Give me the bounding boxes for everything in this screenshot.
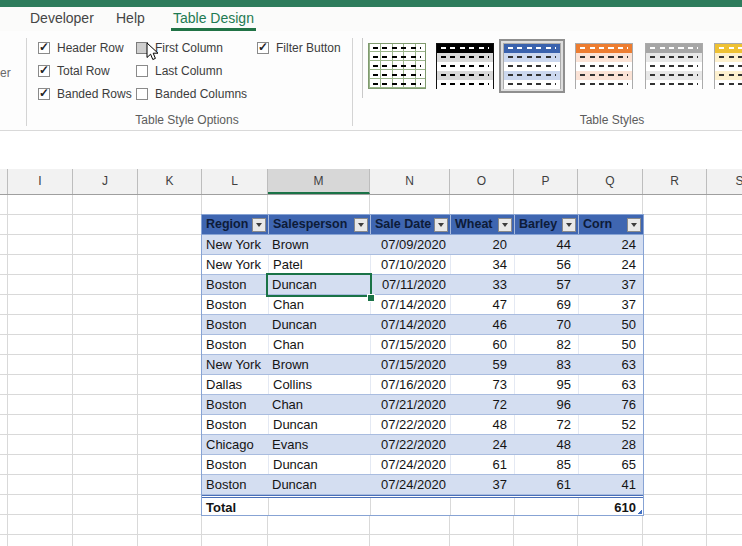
column-header-o[interactable]: O (450, 169, 514, 194)
cell-wheat[interactable]: 33 (450, 275, 514, 294)
cell-region[interactable]: New York (202, 255, 268, 274)
filter-dropdown-button[interactable] (354, 218, 368, 232)
cell-salesperson[interactable]: Brown (268, 355, 370, 374)
cell-sale_date[interactable]: 07/15/2020 (370, 355, 450, 374)
cell-corn[interactable]: 76 (578, 395, 643, 414)
total-empty-cell[interactable] (450, 498, 514, 515)
cell-corn[interactable]: 24 (578, 255, 643, 274)
cell-sale_date[interactable]: 07/10/2020 (370, 255, 450, 274)
cell-region[interactable]: New York (202, 235, 268, 254)
column-header-q[interactable]: Q (578, 169, 643, 194)
cell-corn[interactable]: 63 (578, 375, 643, 394)
column-header-m[interactable]: M (268, 169, 370, 194)
cell-region[interactable]: Chicago (202, 435, 268, 454)
cell-region[interactable]: Boston (202, 315, 268, 334)
column-header-partial[interactable] (0, 169, 8, 194)
filter-dropdown-button[interactable] (252, 218, 266, 232)
cell-sale_date[interactable]: 07/22/2020 (370, 415, 450, 434)
cell-barley[interactable]: 83 (514, 355, 578, 374)
cell-region[interactable]: Boston (202, 415, 268, 434)
total-value-cell[interactable]: 610 (578, 498, 643, 515)
filter-dropdown-button[interactable] (627, 218, 641, 232)
table-style-medium-blue[interactable] (503, 43, 561, 89)
cell-sale_date[interactable]: 07/14/2020 (370, 315, 450, 334)
cell-barley[interactable]: 85 (514, 455, 578, 474)
cell-salesperson[interactable]: Duncan (268, 315, 370, 334)
cell-corn[interactable]: 37 (578, 295, 643, 314)
cell-salesperson[interactable]: Evans (268, 435, 370, 454)
cell-corn[interactable]: 24 (578, 235, 643, 254)
cell-wheat[interactable]: 73 (450, 375, 514, 394)
tab-table-design[interactable]: Table Design (173, 7, 254, 31)
cell-corn[interactable]: 37 (578, 275, 643, 294)
filter-dropdown-button[interactable] (498, 218, 512, 232)
filter-dropdown-button[interactable] (562, 218, 576, 232)
cell-corn[interactable]: 41 (578, 475, 643, 494)
cell-barley[interactable]: 95 (514, 375, 578, 394)
cell-region[interactable]: Boston (202, 395, 268, 414)
header-cell-wheat[interactable]: Wheat (450, 215, 514, 234)
cell-wheat[interactable]: 24 (450, 435, 514, 454)
cell-sale_date[interactable]: 07/16/2020 (370, 375, 450, 394)
cell-sale_date[interactable]: 07/22/2020 (370, 435, 450, 454)
cell-wheat[interactable]: 37 (450, 475, 514, 494)
cell-barley[interactable]: 61 (514, 475, 578, 494)
table-style-medium-gold[interactable] (714, 43, 742, 89)
cell-wheat[interactable]: 46 (450, 315, 514, 334)
total-empty-cell[interactable] (370, 498, 450, 515)
table-style-light-green-grid[interactable] (368, 43, 426, 89)
table-style-medium-black[interactable] (436, 43, 494, 89)
cell-barley[interactable]: 69 (514, 295, 578, 314)
cell-wheat[interactable]: 48 (450, 415, 514, 434)
cell-wheat[interactable]: 72 (450, 395, 514, 414)
cell-salesperson[interactable]: Brown (268, 235, 370, 254)
header-cell-region[interactable]: Region (202, 215, 268, 234)
cell-barley[interactable]: 44 (514, 235, 578, 254)
cell-sale_date[interactable]: 07/21/2020 (370, 395, 450, 414)
checkbox-total-row[interactable]: Total Row (38, 63, 110, 78)
cell-sale_date[interactable]: 07/14/2020 (370, 295, 450, 314)
column-header-l[interactable]: L (202, 169, 268, 194)
cell-corn[interactable]: 28 (578, 435, 643, 454)
cell-salesperson[interactable]: Duncan (268, 455, 370, 474)
header-cell-salesperson[interactable]: Salesperson (268, 215, 370, 234)
checkbox-banded-rows[interactable]: Banded Rows (38, 86, 132, 101)
cell-corn[interactable]: 65 (578, 455, 643, 474)
cell-wheat[interactable]: 47 (450, 295, 514, 314)
cell-wheat[interactable]: 20 (450, 235, 514, 254)
checkbox-filter-button[interactable]: Filter Button (257, 40, 341, 55)
cell-sale_date[interactable]: 07/24/2020 (370, 455, 450, 474)
cell-salesperson[interactable]: Chan (268, 295, 370, 314)
checkbox-first-column[interactable]: First Column (136, 40, 223, 55)
header-cell-corn[interactable]: Corn (578, 215, 643, 234)
column-header-r[interactable]: R (643, 169, 707, 194)
cell-barley[interactable]: 70 (514, 315, 578, 334)
checkbox-header-row[interactable]: Header Row (38, 40, 124, 55)
column-header-s[interactable]: S (707, 169, 742, 194)
total-label-cell[interactable]: Total (202, 498, 268, 515)
cell-region[interactable]: Boston (202, 275, 268, 294)
cell-barley[interactable]: 96 (514, 395, 578, 414)
cell-barley[interactable]: 48 (514, 435, 578, 454)
table-style-medium-grey[interactable] (645, 43, 703, 89)
cell-salesperson[interactable]: Duncan (268, 415, 370, 434)
formula-bar-area[interactable] (0, 131, 742, 169)
tab-developer[interactable]: Developer (30, 7, 94, 31)
cell-region[interactable]: Boston (202, 475, 268, 494)
cell-wheat[interactable]: 59 (450, 355, 514, 374)
header-cell-barley[interactable]: Barley (514, 215, 578, 234)
cell-salesperson[interactable]: Collins (268, 375, 370, 394)
cell-salesperson[interactable]: Duncan (268, 275, 370, 294)
cell-corn[interactable]: 50 (578, 315, 643, 334)
total-empty-cell[interactable] (514, 498, 578, 515)
cell-region[interactable]: Boston (202, 295, 268, 314)
sheet-grid[interactable]: RegionSalespersonSale DateWheatBarleyCor… (0, 195, 742, 546)
cell-corn[interactable]: 50 (578, 335, 643, 354)
cell-region[interactable]: New York (202, 355, 268, 374)
total-empty-cell[interactable] (268, 498, 370, 515)
table-style-medium-orange[interactable] (575, 43, 633, 89)
cell-region[interactable]: Dallas (202, 375, 268, 394)
cell-barley[interactable]: 56 (514, 255, 578, 274)
cell-corn[interactable]: 63 (578, 355, 643, 374)
cell-barley[interactable]: 72 (514, 415, 578, 434)
